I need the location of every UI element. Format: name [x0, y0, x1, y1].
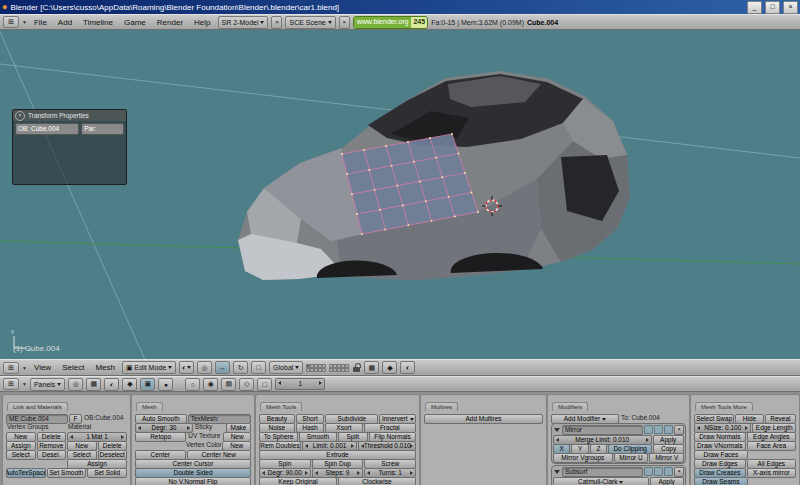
manipulator-rotate-toggle[interactable]: ↻	[233, 361, 248, 374]
threshold-spinner[interactable]: Threshold 0.010	[358, 441, 416, 451]
menu-file[interactable]: File	[30, 18, 51, 27]
mirror-vgroups-toggle[interactable]: Mirror Vgroups	[553, 453, 613, 463]
delete-modifier-icon[interactable]: ×	[674, 467, 684, 477]
clockwise-toggle[interactable]: Clockwise	[338, 477, 416, 485]
subsurf-apply-button[interactable]: Apply	[650, 477, 685, 485]
window-type-icon[interactable]: ⊞	[3, 16, 19, 28]
menu-select[interactable]: Select	[58, 363, 88, 372]
orientation-dropdown[interactable]: Global	[269, 361, 303, 374]
collapse-menu-icon[interactable]: ▼	[22, 381, 27, 387]
mirror-v-toggle[interactable]: Mirror V	[649, 453, 684, 463]
limit-spinner[interactable]: Limit: 0.001	[302, 441, 357, 451]
ob-name-field[interactable]: OB: Cube.004	[15, 123, 79, 135]
panel-tab-mesh-tools[interactable]: Mesh Tools	[260, 402, 302, 411]
layer-button[interactable]	[322, 368, 326, 372]
render-toggle-icon[interactable]	[644, 467, 653, 476]
manipulator-scale-toggle[interactable]: □	[251, 361, 266, 374]
keep-original-toggle[interactable]: Keep Original	[259, 477, 337, 485]
layer-button[interactable]	[345, 368, 349, 372]
steps-spinner[interactable]: Steps: 9	[312, 468, 364, 478]
panels-dropdown[interactable]: Panels	[30, 378, 65, 391]
collapse-triangle-icon[interactable]	[554, 428, 560, 432]
editmode-toggle-icon[interactable]	[664, 425, 673, 434]
degr-90-spinner[interactable]: Degr: 90.00	[259, 468, 311, 478]
set-solid-button[interactable]: Set Solid	[87, 468, 127, 478]
object-context-icon[interactable]: ◆	[122, 378, 137, 391]
lock-layers-toggle[interactable]	[352, 362, 361, 373]
draw-type-dropdown[interactable]: ◐	[179, 361, 194, 374]
interactive-toggle-icon[interactable]	[654, 467, 663, 476]
texture-subcontext-icon[interactable]: ▤	[221, 378, 236, 391]
menu-view[interactable]: View	[30, 363, 55, 372]
lamp-subcontext-icon[interactable]: ○	[185, 378, 200, 391]
menu-mesh[interactable]: Mesh	[91, 363, 119, 372]
snap-icon[interactable]: ◆	[382, 361, 397, 374]
collapse-menu-icon[interactable]: ▼	[22, 19, 27, 25]
material-subcontext-icon[interactable]: ◉	[203, 378, 218, 391]
render-preview-icon[interactable]: ◐	[400, 361, 415, 374]
radiosity-subcontext-icon[interactable]: ◇	[239, 378, 254, 391]
panel-tab-modifiers[interactable]: Modifiers	[552, 402, 588, 411]
mirror-u-toggle[interactable]: Mirror U	[614, 453, 649, 463]
buttons-context-spinner[interactable]: 1	[275, 378, 325, 390]
merge-limit-spinner[interactable]: Merge Limit: 0.010	[553, 435, 652, 445]
parent-field[interactable]: Par:	[81, 123, 124, 135]
window-type-icon[interactable]: ⊞	[3, 378, 19, 390]
set-smooth-button[interactable]: Set Smooth	[47, 468, 87, 478]
manipulator-translate-toggle[interactable]: ↔	[215, 361, 230, 374]
viewport-3d[interactable]: y x × Transform Properties OB: Cube.004 …	[0, 30, 800, 359]
pivot-dropdown[interactable]: ◎	[197, 361, 212, 374]
add-modifier-dropdown[interactable]: Add Modifier	[551, 414, 619, 424]
render-toggle-icon[interactable]	[644, 425, 653, 434]
layer-buttons-group-1[interactable]	[306, 364, 326, 372]
draw-seams-toggle[interactable]: Draw Seams	[694, 477, 748, 485]
degr-spinner[interactable]: Degr: 30	[135, 423, 193, 433]
menu-timeline[interactable]: Timeline	[79, 18, 117, 27]
viewport-canvas[interactable]: y x	[0, 30, 800, 359]
mirror-modifier-name-field[interactable]: Mirror	[562, 425, 643, 435]
nsize-spinner[interactable]: NSize: 0.100	[694, 423, 751, 433]
transform-properties-header[interactable]: × Transform Properties	[13, 110, 126, 121]
script-context-icon[interactable]: ▦	[86, 378, 101, 391]
mode-dropdown[interactable]: ▣ Edit Mode	[122, 361, 176, 374]
window-type-icon[interactable]: ⊞	[3, 362, 19, 374]
material-index-spinner[interactable]: 1 Mat 1	[67, 432, 127, 442]
collapse-menu-icon[interactable]: ▼	[22, 365, 27, 371]
panel-tab-mesh[interactable]: Mesh	[136, 402, 163, 411]
editing-context-icon[interactable]: ▣	[140, 378, 155, 391]
shading-context-icon[interactable]: ◐	[104, 378, 119, 391]
turns-spinner[interactable]: Turns: 1	[364, 468, 416, 478]
screen-delete-button[interactable]: ×	[271, 16, 282, 29]
delete-modifier-icon[interactable]: ×	[674, 425, 684, 435]
logic-context-icon[interactable]: ◎	[68, 378, 83, 391]
minimize-button[interactable]: _	[747, 1, 762, 14]
subsurf-modifier-name-field[interactable]: Subsurf	[562, 467, 643, 477]
close-button[interactable]: ×	[783, 1, 798, 14]
scene-context-icon[interactable]: ●	[158, 378, 173, 391]
menu-game[interactable]: Game	[120, 18, 150, 27]
transform-properties-title: Transform Properties	[28, 112, 89, 119]
interactive-toggle-icon[interactable]	[654, 425, 663, 434]
panel-tab-multires[interactable]: Multires	[425, 402, 458, 411]
screen-selector[interactable]: SR 2-Model	[218, 16, 269, 29]
panel-tab-mesh-tools-more[interactable]: Mesh Tools More	[695, 402, 753, 411]
world-subcontext-icon[interactable]: □	[257, 378, 272, 391]
no-vnormal-flip-toggle[interactable]: No V.Normal Flip	[135, 477, 251, 485]
add-multires-button[interactable]: Add Multires	[424, 414, 543, 424]
layer-buttons-group-2[interactable]	[329, 364, 349, 372]
menu-add[interactable]: Add	[54, 18, 76, 27]
scene-delete-button[interactable]: ×	[339, 16, 350, 29]
maximize-button[interactable]: □	[765, 1, 780, 14]
editmode-toggle-icon[interactable]	[664, 467, 673, 476]
scene-selector[interactable]: SCE Scene	[285, 16, 335, 29]
panel-close-icon[interactable]: ×	[15, 111, 25, 121]
autotexspace-toggle[interactable]: AutoTexSpace	[6, 468, 46, 478]
pivot-icon: ◎	[202, 364, 208, 372]
menu-help[interactable]: Help	[190, 18, 214, 27]
menu-render[interactable]: Render	[153, 18, 187, 27]
panel-tab-link-and-materials[interactable]: Link and Materials	[7, 402, 68, 411]
collapse-triangle-icon[interactable]	[554, 470, 560, 474]
subsurf-type-dropdown[interactable]: Catmull-Clark	[553, 477, 649, 485]
transform-properties-panel[interactable]: × Transform Properties OB: Cube.004 Par:	[12, 109, 127, 185]
proportional-edit-icon[interactable]: ▦	[364, 361, 379, 374]
